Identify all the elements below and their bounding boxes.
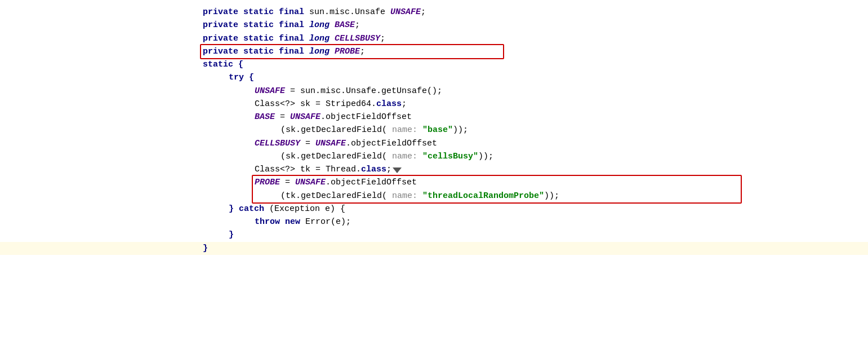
code-token: UNSAFE	[290, 111, 321, 124]
code-token: ;	[386, 163, 391, 176]
code-token: name:	[387, 124, 422, 136]
code-line: BASE = UNSAFE.objectFieldOffset	[0, 111, 868, 124]
code-token: <?>	[280, 163, 300, 176]
code-token: (Exception e) {	[269, 202, 345, 215]
code-token: private	[203, 32, 243, 45]
code-token: BASE	[255, 111, 275, 124]
code-token: final	[279, 32, 309, 45]
code-token: static	[203, 58, 238, 71]
cursor-icon	[393, 168, 402, 173]
code-token: final	[279, 19, 309, 32]
code-line: private static final sun.misc.Unsafe UNS…	[0, 6, 868, 19]
code-token: ;	[402, 98, 407, 111]
code-token: private	[203, 19, 243, 32]
code-token: "threadLocalRandomProbe"	[422, 189, 544, 202]
code-token: }	[229, 202, 239, 215]
code-token: Class	[255, 163, 280, 176]
code-token: .objectFieldOffset	[321, 111, 412, 124]
code-line: static {	[0, 58, 868, 71]
code-token: BASE	[335, 19, 355, 32]
code-token: =	[300, 137, 315, 150]
code-token: }	[203, 242, 208, 255]
code-token: Class	[255, 98, 280, 111]
code-token: static	[243, 19, 279, 32]
code-token: name:	[387, 189, 422, 202]
code-token: (sk.getDeclaredField(	[281, 150, 387, 163]
code-token: CELLSBUSY	[255, 137, 300, 150]
code-token: sun.misc.Unsafe	[309, 6, 390, 19]
code-token: ;	[360, 45, 365, 58]
code-token: .objectFieldOffset	[326, 176, 417, 189]
code-token: UNSAFE	[295, 176, 326, 189]
code-line: (tk.getDeclaredField( name: "threadLocal…	[0, 189, 868, 202]
code-token: (tk.getDeclaredField(	[281, 189, 387, 202]
code-line: (sk.getDeclaredField( name: "base"));	[0, 124, 868, 136]
code-token: new	[285, 215, 305, 228]
code-token: name:	[387, 150, 422, 163]
code-line: Class<?> sk = Striped64.class;	[0, 98, 868, 111]
code-token: class	[376, 98, 402, 111]
code-token: try	[229, 71, 249, 84]
code-token: <?>	[280, 98, 300, 111]
code-token: static	[243, 32, 279, 45]
code-token: {	[249, 71, 254, 84]
code-token: sk = Striped64.	[300, 98, 376, 111]
code-line: Class<?> tk = Thread.class;	[0, 163, 868, 176]
code-token: tk = Thread.	[300, 163, 361, 176]
code-token: =	[275, 111, 290, 124]
code-token: ;	[355, 19, 360, 32]
code-token: class	[361, 163, 386, 176]
code-token: {	[238, 58, 243, 71]
code-token: private	[203, 6, 243, 19]
code-token: throw	[255, 215, 285, 228]
code-container: private static final sun.misc.Unsafe UNS…	[0, 0, 868, 357]
code-line: throw new Error(e);	[0, 215, 868, 228]
code-line: PROBE = UNSAFE.objectFieldOffset	[0, 176, 868, 189]
code-token: = sun.misc.Unsafe.	[285, 85, 381, 98]
code-token: CELLSBUSY	[335, 32, 380, 45]
code-line: }	[0, 242, 868, 255]
code-token: ));	[453, 124, 468, 136]
code-line: private static final long BASE;	[0, 19, 868, 32]
code-line: (sk.getDeclaredField( name: "cellsBusy")…	[0, 150, 868, 163]
code-token: UNSAFE	[315, 137, 346, 150]
code-token: long	[309, 19, 335, 32]
code-line: } catch (Exception e) {	[0, 202, 868, 215]
code-line: CELLSBUSY = UNSAFE.objectFieldOffset	[0, 137, 868, 150]
code-token: ;	[380, 32, 385, 45]
code-token: ));	[544, 189, 559, 202]
code-token: }	[229, 228, 234, 241]
code-token: ));	[478, 150, 493, 163]
code-line: private static final long PROBE;	[0, 45, 868, 58]
code-token: ;	[421, 6, 426, 19]
code-token: (sk.getDeclaredField(	[281, 124, 387, 136]
code-token: =	[280, 176, 295, 189]
code-token: ();	[427, 85, 442, 98]
code-token: final	[279, 6, 309, 19]
code-token: static	[243, 6, 279, 19]
code-token: long	[309, 45, 335, 58]
code-token: final	[279, 45, 309, 58]
code-token: getUnsafe	[381, 85, 427, 98]
code-line: UNSAFE = sun.misc.Unsafe.getUnsafe();	[0, 85, 868, 98]
code-token: static	[243, 45, 279, 58]
code-token: PROBE	[335, 45, 360, 58]
code-token: "base"	[422, 124, 453, 136]
code-token: catch	[239, 202, 269, 215]
code-line: try {	[0, 71, 868, 84]
code-token: Error(e);	[305, 215, 351, 228]
code-line: }	[0, 228, 868, 241]
code-token: long	[309, 32, 335, 45]
code-token: "cellsBusy"	[422, 150, 478, 163]
code-token: .objectFieldOffset	[346, 137, 437, 150]
code-token: PROBE	[255, 176, 280, 189]
code-token: private	[203, 45, 243, 58]
code-token: UNSAFE	[255, 85, 285, 98]
code-token: UNSAFE	[390, 6, 421, 19]
code-line: private static final long CELLSBUSY;	[0, 32, 868, 45]
